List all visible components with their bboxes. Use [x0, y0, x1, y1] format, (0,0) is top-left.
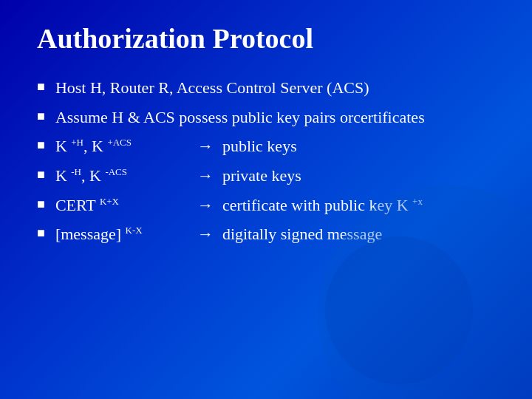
- bullet-item-6: ■ [message] K-X → digitally signed messa…: [37, 223, 495, 245]
- bullet-text-3: K +H, K +ACS → public keys: [55, 135, 297, 157]
- slide-container: Authorization Protocol ■ Host H, Router …: [0, 0, 532, 399]
- bullet-text-4: K -H, K -ACS → private keys: [55, 165, 301, 187]
- bullet-item-1: ■ Host H, Router R, Access Control Serve…: [37, 77, 495, 99]
- key-label-3: K +H, K +ACS: [55, 135, 188, 157]
- arrow-4: →: [197, 165, 214, 187]
- sup-5: K+X: [100, 195, 119, 206]
- bullet2-line2: certificates: [353, 106, 425, 129]
- sup-5b: +x: [412, 195, 423, 206]
- result-5: certificate with public key K +x: [222, 194, 423, 216]
- bullet-item-5: ■ CERT K+X → certificate with public key…: [37, 194, 495, 216]
- bullet-marker-1: ■: [37, 79, 45, 95]
- arrow-6: →: [197, 223, 214, 245]
- bullet2-line1: Assume H & ACS possess public key pairs …: [55, 106, 353, 129]
- bullet-item-3: ■ K +H, K +ACS → public keys: [37, 135, 495, 157]
- slide-content: ■ Host H, Router R, Access Control Serve…: [37, 77, 495, 377]
- result-4: private keys: [222, 165, 301, 187]
- key-label-6: [message] K-X: [55, 223, 188, 245]
- key-label-5: CERT K+X: [55, 194, 188, 216]
- arrow-3: →: [197, 135, 214, 157]
- bullet-marker-4: ■: [37, 167, 45, 183]
- bullet-marker-6: ■: [37, 225, 45, 241]
- bullet-marker-5: ■: [37, 197, 45, 212]
- bullet-text-6: [message] K-X → digitally signed message: [55, 223, 382, 245]
- sup-4a: -H: [71, 166, 81, 177]
- sup-3a: +H: [71, 137, 83, 148]
- bullet-text-1: Host H, Router R, Access Control Server …: [55, 77, 369, 99]
- sup-4b: -ACS: [105, 166, 127, 177]
- bullet-marker-2: ■: [37, 109, 45, 124]
- sup-3b: +ACS: [107, 137, 132, 148]
- slide-title: Authorization Protocol: [37, 22, 495, 55]
- key-label-4: K -H, K -ACS: [55, 165, 188, 187]
- result-6: digitally signed message: [222, 223, 382, 245]
- sup-6: K-X: [126, 225, 143, 236]
- bullet-text-2: Assume H & ACS possess public key pairs …: [55, 106, 425, 129]
- bullet-marker-3: ■: [37, 137, 45, 153]
- bullet-item-4: ■ K -H, K -ACS → private keys: [37, 165, 495, 187]
- result-3: public keys: [222, 135, 297, 157]
- bullet-text-5: CERT K+X → certificate with public key K…: [55, 194, 423, 216]
- bullet-item-2: ■ Assume H & ACS possess public key pair…: [37, 106, 495, 129]
- arrow-5: →: [197, 194, 214, 216]
